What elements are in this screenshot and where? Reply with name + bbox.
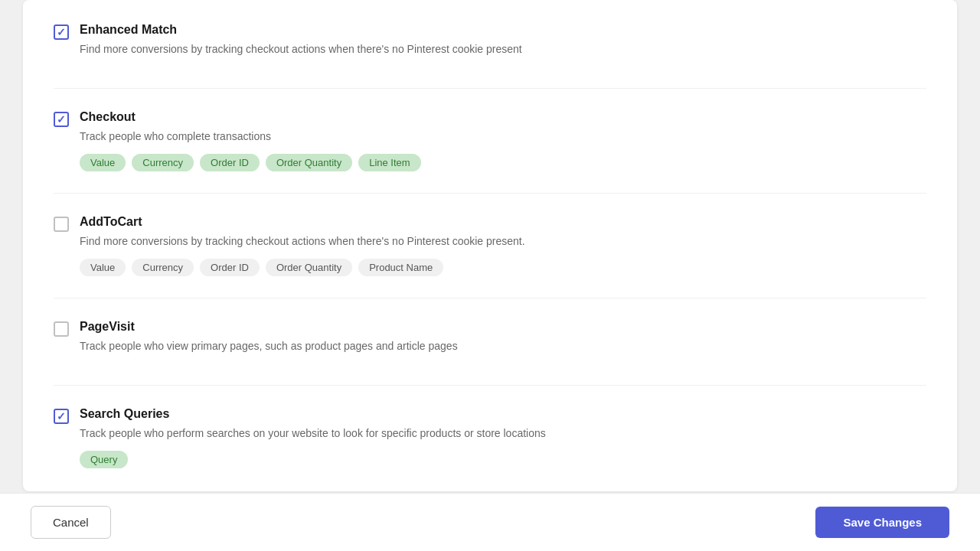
- tag-order-id-add-to-cart: Order ID: [200, 259, 260, 276]
- tags-add-to-cart: ValueCurrencyOrder IDOrder QuantityProdu…: [80, 259, 926, 276]
- option-description-search-queries: Track people who perform searches on you…: [80, 425, 926, 442]
- option-content-enhanced-match: Enhanced MatchFind more conversions by t…: [80, 23, 926, 67]
- footer: Cancel Save Changes: [0, 493, 980, 551]
- divider: [54, 298, 926, 298]
- tag-order-id-checkout: Order ID: [200, 154, 260, 171]
- tags-checkout: ValueCurrencyOrder IDOrder QuantityLine …: [80, 154, 926, 171]
- option-row-page-visit: PageVisitTrack people who view primary p…: [54, 320, 926, 364]
- tag-order-quantity-add-to-cart: Order Quantity: [266, 259, 352, 276]
- divider: [54, 385, 926, 386]
- checkmark-enhanced-match: ✓: [57, 27, 66, 37]
- tags-search-queries: Query: [80, 451, 926, 468]
- option-row-checkout: ✓CheckoutTrack people who complete trans…: [54, 110, 926, 171]
- option-description-add-to-cart: Find more conversions by tracking checko…: [80, 233, 926, 249]
- option-description-page-visit: Track people who view primary pages, suc…: [80, 338, 926, 354]
- option-row-add-to-cart: AddToCartFind more conversions by tracki…: [54, 215, 926, 276]
- tag-currency-checkout: Currency: [132, 154, 194, 171]
- checkmark-checkout: ✓: [57, 114, 66, 125]
- option-title-add-to-cart: AddToCart: [80, 215, 926, 229]
- checkbox-enhanced-match[interactable]: ✓: [54, 24, 69, 40]
- divider: [54, 88, 926, 89]
- option-title-checkout: Checkout: [80, 110, 926, 124]
- option-content-search-queries: Search QueriesTrack people who perform s…: [80, 407, 926, 468]
- option-content-checkout: CheckoutTrack people who complete transa…: [80, 110, 926, 171]
- tag-value-add-to-cart: Value: [80, 259, 126, 276]
- tag-product-name-add-to-cart: Product Name: [358, 259, 443, 276]
- save-button[interactable]: Save Changes: [815, 507, 949, 538]
- settings-card: ✓Enhanced MatchFind more conversions by …: [23, 0, 957, 491]
- option-title-enhanced-match: Enhanced Match: [80, 23, 926, 37]
- checkbox-search-queries[interactable]: ✓: [54, 409, 69, 424]
- option-description-checkout: Track people who complete transactions: [80, 129, 926, 145]
- option-content-add-to-cart: AddToCartFind more conversions by tracki…: [80, 215, 926, 276]
- option-title-search-queries: Search Queries: [80, 407, 926, 421]
- tag-query-search-queries: Query: [80, 451, 128, 468]
- tag-value-checkout: Value: [80, 154, 126, 171]
- tag-order-quantity-checkout: Order Quantity: [266, 154, 352, 171]
- option-content-page-visit: PageVisitTrack people who view primary p…: [80, 320, 926, 364]
- option-row-enhanced-match: ✓Enhanced MatchFind more conversions by …: [54, 23, 926, 67]
- cancel-button[interactable]: Cancel: [31, 506, 111, 539]
- tag-currency-add-to-cart: Currency: [132, 259, 194, 276]
- divider: [54, 193, 926, 194]
- tag-line-item-checkout: Line Item: [358, 154, 420, 171]
- option-description-enhanced-match: Find more conversions by tracking checko…: [80, 41, 926, 57]
- option-title-page-visit: PageVisit: [80, 320, 926, 334]
- checkbox-add-to-cart[interactable]: [54, 217, 69, 232]
- checkbox-page-visit[interactable]: [54, 321, 69, 337]
- checkbox-checkout[interactable]: ✓: [54, 112, 69, 127]
- option-row-search-queries: ✓Search QueriesTrack people who perform …: [54, 407, 926, 468]
- checkmark-search-queries: ✓: [57, 411, 66, 422]
